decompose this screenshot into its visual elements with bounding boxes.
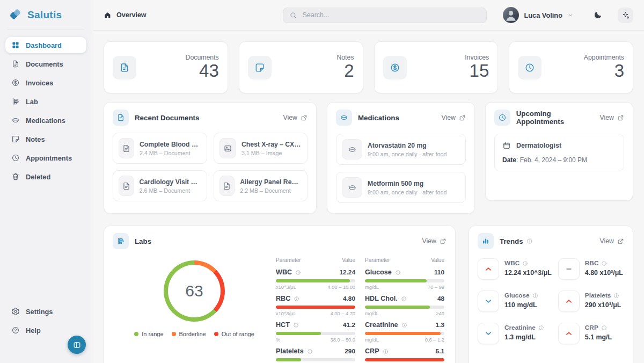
info-icon[interactable] [293, 322, 299, 328]
info-icon[interactable] [295, 270, 301, 275]
param-header: Parameter [365, 257, 390, 263]
stat-card[interactable]: Appointments 3 [509, 41, 633, 93]
view-appointments-link[interactable]: View [600, 114, 624, 121]
search-input[interactable] [302, 11, 480, 19]
lab-row: Platelets 290 x10^3/μL 150 – 400 [276, 347, 355, 363]
trend-item: CRP 5.1 mg/L [558, 323, 624, 344]
sidebar-item[interactable]: Medications [5, 112, 86, 128]
medication-schedule: 9:00 am, once daily - after food [368, 189, 447, 195]
salutis-logo-icon [9, 8, 23, 22]
view-medications-link[interactable]: View [442, 114, 466, 121]
trend-value: 110 mg/dL [504, 301, 538, 309]
labs-column-1: WBC 12.24 x10^3/μL 4.00 – 10.00 [276, 268, 355, 363]
sidebar-item[interactable]: Lab [5, 93, 86, 110]
medication-tile[interactable]: Atorvastatin 20 mg 9:00 am, once daily -… [336, 134, 466, 165]
legend-dot [134, 332, 138, 336]
lab-name: HCT [276, 321, 290, 329]
stat-label: Invoices [465, 54, 489, 61]
info-icon[interactable] [395, 270, 401, 275]
trend-item: Platelets 290 x10³/μL [558, 291, 624, 312]
user-menu[interactable]: Luca Volino [503, 7, 574, 23]
document-tile[interactable]: Cardiology Visit Report –... 2.6 MB – Do… [113, 170, 207, 201]
assistant-button[interactable] [618, 8, 633, 23]
trend-value: 12.24 x10^3/μL [504, 269, 552, 277]
stat-icon [524, 62, 535, 73]
info-icon[interactable] [401, 322, 407, 328]
document-tile[interactable]: Allergy Panel Report – Ig... 2.2 MB – Do… [214, 170, 308, 201]
stat-card[interactable]: Invoices 15 [374, 41, 499, 93]
labs-legend: In range Borderline Out of range [134, 331, 254, 337]
document-type-icon [122, 182, 131, 191]
main-content: Documents 43 Notes 2 Invoice [93, 31, 644, 363]
info-icon[interactable] [601, 260, 607, 266]
theme-toggle-button[interactable] [590, 7, 606, 23]
sidebar-item-label: Medications [26, 117, 65, 125]
collapse-sidebar-button[interactable] [68, 336, 86, 354]
stats-row: Documents 43 Notes 2 Invoice [104, 41, 633, 93]
info-icon[interactable] [538, 325, 544, 331]
sidebar-footer-item-icon [11, 307, 20, 316]
trend-item: Glucose 110 mg/dL [478, 291, 552, 312]
lab-range-fill [276, 332, 321, 335]
info-icon[interactable] [307, 349, 313, 354]
sidebar-item-label: Documents [26, 60, 63, 68]
stat-card[interactable]: Documents 43 [104, 41, 228, 93]
labs-title: Labs [135, 237, 151, 245]
sidebar-item[interactable]: Notes [5, 131, 86, 147]
appointment-tile[interactable]: Dermatologist Date: Feb. 4, 2024 – 9:00 … [494, 134, 624, 171]
sidebar-item[interactable]: Documents [5, 56, 86, 72]
sidebar-item-label: Dashboard [26, 41, 62, 49]
lab-row: CRP 5.1 mg/L 0 – 3 [365, 347, 444, 363]
info-icon[interactable] [522, 260, 528, 266]
lab-row: Creatinine 1.3 mg/dL 0.6 – 1.2 [365, 321, 444, 343]
document-tile[interactable]: Chest X-ray – CXR.PNG 3.1 MB – Image [214, 133, 308, 164]
lab-range-bar [365, 306, 444, 309]
document-tile[interactable]: Complete Blood Count –... 2.4 MB – Docum… [113, 133, 207, 164]
stat-value: 3 [584, 61, 624, 81]
sidebar-nav: Dashboard Documents Invoices Lab Medicat… [0, 37, 92, 185]
sidebar-divider [8, 30, 84, 30]
lab-value: 1.3 [436, 321, 444, 329]
lab-range-fill [365, 279, 427, 282]
medication-tile[interactable]: Metformin 500 mg 9:00 am, once daily - a… [336, 172, 466, 203]
lab-name: CRP [365, 347, 379, 355]
sidebar-item[interactable]: Invoices [5, 75, 86, 91]
lab-value: 290 [345, 347, 355, 355]
info-icon[interactable] [383, 349, 389, 354]
trend-item: RBC 4.80 x10³/μL [558, 258, 624, 280]
sidebar-footer-item[interactable]: Settings [5, 303, 86, 320]
lab-unit: % [276, 337, 280, 343]
lab-unit: mg/dL [365, 311, 379, 316]
trends-title: Trends [500, 237, 523, 245]
sidebar-item[interactable]: Dashboard [5, 37, 86, 53]
legend-label: In range [142, 331, 163, 337]
legend-dot [214, 332, 218, 336]
view-documents-link[interactable]: View [283, 114, 308, 121]
trend-icon [564, 329, 574, 338]
view-labs-link[interactable]: View [422, 237, 447, 245]
info-icon[interactable] [601, 325, 607, 331]
info-icon[interactable] [526, 238, 533, 244]
info-icon[interactable] [401, 296, 407, 302]
info-icon[interactable] [294, 296, 299, 302]
sidebar-item[interactable]: Appointments [5, 150, 86, 166]
sidebar-item-label: Deleted [26, 173, 50, 181]
stat-icon-box [383, 56, 407, 79]
lab-range: >40 [436, 311, 444, 316]
info-icon[interactable] [532, 293, 538, 299]
pill-icon [340, 113, 348, 122]
stat-card[interactable]: Notes 2 [239, 41, 363, 93]
lab-range-bar [276, 279, 355, 282]
avatar [503, 7, 519, 23]
info-icon[interactable] [613, 293, 619, 299]
stat-value: 43 [186, 61, 219, 81]
trend-value: 290 x10³/μL [585, 301, 621, 309]
view-trends-link[interactable]: View [600, 237, 624, 245]
brand[interactable]: Salutis [0, 0, 92, 30]
document-meta: 2.2 MB – Document [240, 187, 302, 194]
trend-value: 1.3 mg/dL [504, 333, 544, 341]
search-box[interactable] [283, 8, 487, 23]
sidebar-item[interactable]: Deleted [5, 169, 86, 185]
breadcrumb[interactable]: Overview [104, 11, 147, 19]
document-name: Complete Blood Count –... [140, 141, 201, 148]
